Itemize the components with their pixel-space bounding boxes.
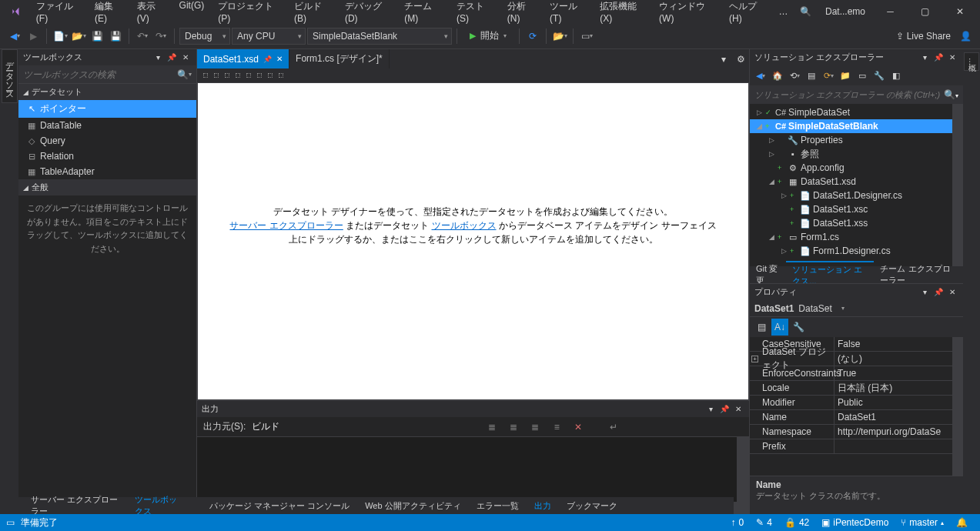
- undo-button[interactable]: ↶: [134, 28, 151, 45]
- menu-ヘルプ[interactable]: ヘルプ(H): [723, 0, 772, 27]
- pin-icon[interactable]: 📌: [263, 55, 272, 63]
- close-icon[interactable]: ✕: [179, 52, 192, 64]
- prop-row[interactable]: NameDataSet1: [750, 410, 963, 425]
- scrollbar-vertical[interactable]: [952, 104, 963, 266]
- status-branch[interactable]: ⑂master ▴: [895, 517, 950, 528]
- sync-icon[interactable]: ⟲: [787, 68, 802, 83]
- menu-分析[interactable]: 分析(N): [501, 0, 542, 27]
- output-source-combo[interactable]: ビルド: [252, 420, 467, 433]
- categorized-icon[interactable]: ▤: [753, 319, 770, 336]
- tree-node[interactable]: ◢+▭Form1.cs: [750, 230, 963, 244]
- dataset-designer-surface[interactable]: データセット デザイナーを使って、型指定されたデータセットを作成および編集してく…: [197, 82, 749, 400]
- filter-icon[interactable]: ▤: [804, 68, 819, 83]
- menu-編集[interactable]: 編集(E): [89, 0, 129, 27]
- close-icon[interactable]: ✕: [946, 52, 958, 64]
- tree-node[interactable]: +⚙App.config: [750, 161, 963, 175]
- search-icon[interactable]: 🔍▾: [944, 89, 958, 100]
- browse-button[interactable]: 📂: [551, 28, 568, 45]
- pin-icon[interactable]: 📌: [932, 286, 945, 299]
- prop-row[interactable]: Namespacehttp://tempuri.org/DataSe: [750, 425, 963, 439]
- refresh-icon[interactable]: ⟳: [821, 68, 836, 83]
- toolbox-group-general[interactable]: ◢全般: [18, 179, 196, 195]
- tree-node[interactable]: ▷+📄DataSet1.Designer.cs: [750, 189, 963, 202]
- status-errors[interactable]: 🔒42: [778, 517, 815, 528]
- bottom-tab[interactable]: Web 公開アクティビティ: [359, 499, 467, 513]
- status-pending[interactable]: ✎4: [750, 517, 778, 528]
- tree-node[interactable]: ◢+▦DataSet1.xsd: [750, 175, 963, 189]
- tree-node[interactable]: +📄DataSet1.xss: [750, 216, 963, 230]
- back-icon[interactable]: ◀: [753, 68, 768, 83]
- datasource-tab[interactable]: データソース: [2, 49, 18, 103]
- toolbox-item-query[interactable]: ◇Query: [18, 133, 196, 149]
- bottom-tab[interactable]: ブックマーク: [560, 499, 624, 513]
- toolbox-item-ポインター[interactable]: ↖ポインター: [18, 100, 196, 118]
- output-btn2[interactable]: ≣: [506, 419, 521, 435]
- properties-icon[interactable]: 🔧: [871, 68, 887, 83]
- refresh-button[interactable]: ⟳: [524, 28, 541, 45]
- tree-node[interactable]: ▷✓C#SimpleDataSet: [750, 105, 963, 119]
- menu-チーム[interactable]: チーム(M): [398, 0, 449, 27]
- home-icon[interactable]: 🏠: [770, 68, 785, 83]
- tree-node[interactable]: ▷▪参照: [750, 147, 963, 161]
- open-button[interactable]: 📂: [70, 28, 87, 45]
- output-btn1[interactable]: ≣: [484, 419, 500, 435]
- preview-icon[interactable]: ◧: [888, 68, 904, 83]
- notifications-icon[interactable]: 🔔: [950, 517, 974, 528]
- bottom-tab[interactable]: パッケージ マネージャー コンソール: [203, 499, 356, 513]
- tab-dropdown-icon[interactable]: ▾: [715, 49, 732, 68]
- bottom-tab[interactable]: エラー一覧: [470, 499, 525, 513]
- window-button[interactable]: ▭: [578, 28, 595, 45]
- solexp-search-input[interactable]: [754, 90, 944, 99]
- tab-dataset1[interactable]: DataSet1.xsd📌✕: [197, 49, 289, 68]
- pin-icon[interactable]: 📌: [718, 403, 731, 416]
- bottom-tab[interactable]: 出力: [528, 499, 557, 513]
- prop-row[interactable]: Prefix: [750, 439, 963, 454]
- dropdown-icon[interactable]: ▾: [704, 403, 717, 416]
- prop-row[interactable]: EnforceConstraintsTrue: [750, 366, 963, 381]
- gear-icon[interactable]: ⚙: [732, 49, 749, 68]
- tree-node[interactable]: ▷🔧Properties: [750, 133, 963, 147]
- minimize-button[interactable]: ─: [873, 0, 908, 23]
- toolbox-item-datatable[interactable]: ▦DataTable: [18, 118, 196, 133]
- search-icon[interactable]: 🔍▾: [177, 69, 192, 80]
- prop-row[interactable]: +DataSet プロジェクト(なし): [750, 352, 963, 366]
- dropdown-icon[interactable]: ▾: [152, 52, 164, 64]
- dropdown-icon[interactable]: ▾: [918, 52, 931, 64]
- menu-ウィンドウ[interactable]: ウィンドウ(W): [653, 0, 721, 27]
- status-push[interactable]: ↑0: [725, 517, 751, 528]
- menu-git[interactable]: Git(G): [173, 0, 211, 27]
- prop-row[interactable]: Locale日本語 (日本): [750, 381, 963, 396]
- props-object-selector[interactable]: DataSet1DataSet ▾: [750, 300, 963, 317]
- save-all-button[interactable]: 💾: [107, 28, 124, 45]
- toolbox-item-relation[interactable]: ⊟Relation: [18, 149, 196, 164]
- collapse-icon[interactable]: ▭: [855, 68, 870, 83]
- menu-デバッグ[interactable]: デバッグ(D): [339, 0, 396, 27]
- tree-node[interactable]: +📄DataSet1.xsc: [750, 202, 963, 216]
- menu-拡張機能[interactable]: 拡張機能(X): [594, 0, 651, 27]
- new-project-button[interactable]: 📄: [52, 28, 69, 45]
- menu-プロジェクト[interactable]: プロジェクト(P): [212, 0, 286, 27]
- toolbox-item-tableadapter[interactable]: ▦TableAdapter: [18, 164, 196, 179]
- close-icon[interactable]: ✕: [276, 55, 283, 63]
- solexp-tree[interactable]: ▷✓C#SimpleDataSet◢+C#SimpleDataSetBlank▷…: [750, 104, 963, 266]
- toolbox-search[interactable]: 🔍▾: [18, 65, 196, 84]
- solexp-search[interactable]: 🔍▾: [750, 85, 963, 104]
- pin-icon[interactable]: 📌: [932, 52, 945, 64]
- feedback-icon[interactable]: 👤: [957, 28, 974, 45]
- live-share-button[interactable]: ⇪Live Share: [896, 31, 951, 42]
- redo-button[interactable]: ↷: [152, 28, 169, 45]
- toolbox-link[interactable]: ツールボックス: [432, 220, 497, 231]
- showall-icon[interactable]: 📁: [838, 68, 853, 83]
- tree-node[interactable]: ▷+📄Form1.Designer.cs: [750, 244, 963, 258]
- output-btn3[interactable]: ≣: [527, 419, 543, 435]
- close-icon[interactable]: ✕: [946, 286, 958, 299]
- prop-row[interactable]: ModifierPublic: [750, 396, 963, 410]
- config-combo[interactable]: Debug: [179, 28, 230, 45]
- output-btn4[interactable]: ≡: [549, 419, 564, 435]
- menu-ビルド[interactable]: ビルド(B): [288, 0, 337, 27]
- menu-overflow[interactable]: …: [772, 6, 794, 17]
- dropdown-icon[interactable]: ▾: [918, 286, 931, 299]
- status-repo[interactable]: ▣iPentecDemo: [815, 517, 895, 528]
- toolbox-search-input[interactable]: [23, 69, 177, 80]
- search-icon[interactable]: 🔍: [797, 2, 814, 21]
